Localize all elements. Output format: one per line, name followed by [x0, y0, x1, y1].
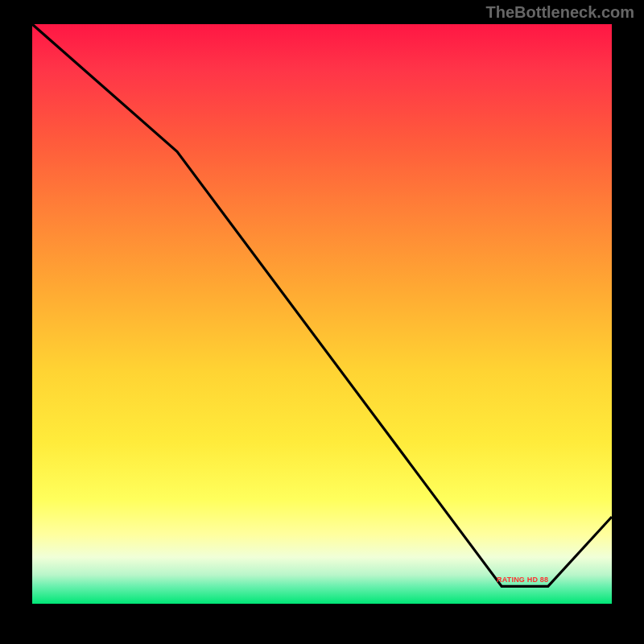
plot-area: RATING HD 88 [32, 24, 612, 604]
watermark-text: TheBottleneck.com [486, 3, 634, 22]
chart-container: TheBottleneck.com RATING HD 88 [0, 0, 644, 644]
data-line [32, 24, 612, 586]
annotation-label: RATING HD 88 [497, 576, 548, 584]
line-chart-svg [32, 24, 612, 604]
